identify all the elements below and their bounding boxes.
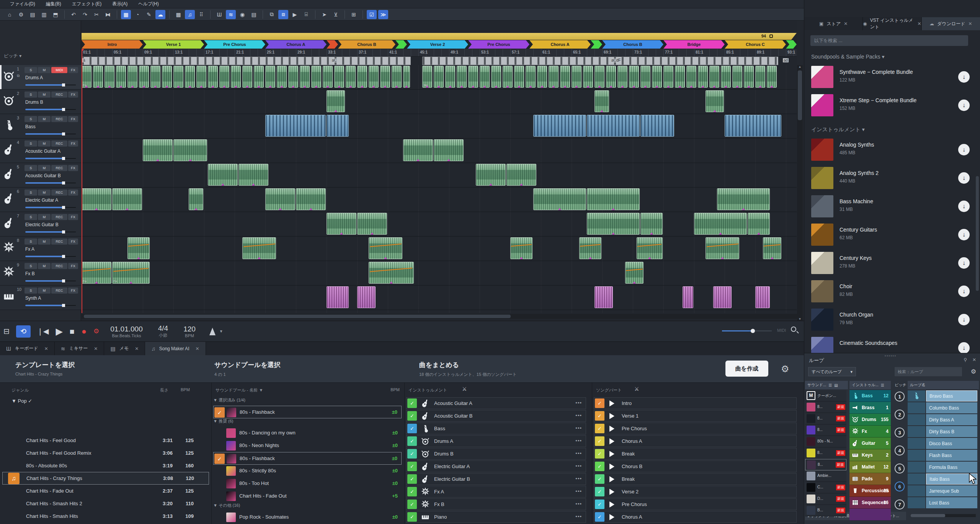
volume-slider[interactable] <box>25 157 76 160</box>
songpart-checkbox[interactable]: ✓ <box>595 449 604 459</box>
audio-clip[interactable] <box>189 188 203 210</box>
download-item[interactable]: Analog Synths485 MB↓ <box>810 137 970 164</box>
download-button[interactable]: ↓ <box>958 229 970 240</box>
track-header-fx-a[interactable]: 8SMRECFXFx A <box>0 237 81 261</box>
audio-clip[interactable] <box>346 66 356 88</box>
cut-icon[interactable]: ✂ <box>91 10 101 19</box>
song-section-Intro[interactable]: Intro <box>82 40 143 49</box>
audio-clip[interactable] <box>640 115 674 137</box>
template-row[interactable]: ♫Chart Hits - Crazy Things3:08120 <box>2 472 209 485</box>
instrument-menu-button[interactable]: ••• <box>575 514 582 519</box>
settings-icon[interactable]: ⚙ <box>16 10 26 19</box>
zoom-slider[interactable] <box>722 330 772 331</box>
audio-clip[interactable] <box>357 66 367 88</box>
right-panel-scrollbar[interactable] <box>976 176 979 291</box>
download-item[interactable]: Church Organ79 MB↓ <box>810 307 970 334</box>
audio-clip[interactable] <box>82 188 111 210</box>
loops-instrument-row[interactable]: Bass12 <box>849 390 891 402</box>
track-lane[interactable] <box>82 139 797 163</box>
ff-icon[interactable]: ≫ <box>378 10 388 19</box>
volume-slider[interactable] <box>25 108 76 111</box>
pitch-selector-4[interactable]: 4 <box>893 446 906 455</box>
volume-slider[interactable] <box>25 181 76 184</box>
menu-item-4[interactable]: ヘルプ(H) <box>134 0 163 8</box>
playhead-flag[interactable] <box>82 49 84 52</box>
song-maker-settings-icon[interactable]: ⚙ <box>781 364 789 374</box>
audio-clip[interactable] <box>242 237 276 259</box>
close-icon[interactable]: ✕ <box>918 21 921 26</box>
grid2-icon[interactable]: ⊞ <box>349 10 359 19</box>
audio-clip[interactable] <box>503 66 513 88</box>
audio-clip[interactable] <box>637 237 663 259</box>
vertical-scrollbar[interactable]: ▲ ▼ <box>797 65 803 321</box>
instrument-row[interactable]: ✓Bass••• <box>406 423 586 434</box>
audio-clip[interactable] <box>698 66 708 88</box>
audio-clip[interactable] <box>514 66 524 88</box>
panel-grip[interactable]: •••••• <box>885 354 897 358</box>
audio-clip[interactable] <box>173 139 207 161</box>
solo-button[interactable]: S <box>24 140 37 147</box>
rec-button[interactable]: REC <box>51 287 67 294</box>
song-section-Chorus A[interactable]: Chorus A <box>265 40 327 49</box>
songpart-row[interactable]: ✓Chorus B <box>594 460 797 472</box>
genre-group-pop[interactable]: ▼ Pop ✓ <box>11 398 32 404</box>
fx-button[interactable]: FX <box>68 287 78 294</box>
loops-instrument-row[interactable]: Percussions25 <box>849 485 891 497</box>
track-header-electric-guitar-b[interactable]: 7SMRECFXElectric Guitar B <box>0 212 81 237</box>
loops-soundpool-row[interactable]: 8...新規 <box>805 413 846 424</box>
fx-button[interactable]: FX <box>68 263 78 269</box>
loops-horizontal-scrollbar[interactable] <box>911 514 976 517</box>
dock-tab-1[interactable]: ≋ミキサー✕ <box>55 342 105 355</box>
track-lane[interactable] <box>82 114 797 139</box>
loops-instrument-row[interactable]: Drums155 <box>849 414 891 426</box>
audio-clip[interactable] <box>208 66 218 88</box>
audio-clip[interactable] <box>403 66 410 88</box>
mute-button[interactable]: M <box>38 214 51 220</box>
audio-clip[interactable] <box>143 139 173 161</box>
instrument-checkbox[interactable]: ✓ <box>407 474 417 484</box>
song-section-Chorus C[interactable]: Chorus C <box>725 40 786 49</box>
soundpool-row[interactable]: ✓80s - Flashback±0 <box>213 452 402 465</box>
skip-start-button[interactable]: ❘◀ <box>37 327 49 336</box>
download-button[interactable]: ↓ <box>958 100 970 111</box>
audio-clip[interactable] <box>617 66 627 88</box>
download-button[interactable]: ↓ <box>958 172 970 184</box>
mute-button[interactable]: M <box>38 116 51 122</box>
audio-clip[interactable] <box>510 237 532 259</box>
play-small-icon[interactable]: ▶ <box>290 10 300 19</box>
midi-button[interactable]: MIDI <box>51 67 67 73</box>
audio-clip[interactable] <box>755 66 765 88</box>
audio-clip[interactable] <box>208 164 238 186</box>
instrument-row[interactable]: ✓Acoustic Guitar B••• <box>406 410 586 422</box>
loop-row[interactable]: Flash Bass <box>908 449 979 461</box>
redo-icon[interactable]: ↷ <box>80 10 90 19</box>
audio-clip[interactable] <box>127 237 150 259</box>
track-header-drums-b[interactable]: 2SMRECFXDrums B <box>0 90 81 114</box>
instrument-row[interactable]: ✓Drums A••• <box>406 435 586 447</box>
menu-item-0[interactable]: ファイル(D) <box>5 0 40 8</box>
loops-instrument-row[interactable]: Brass1 <box>849 402 891 414</box>
audio-clip[interactable] <box>323 66 333 88</box>
audio-clip[interactable] <box>434 139 464 161</box>
solo-button[interactable]: S <box>24 238 37 245</box>
song-section-Pre Chorus[interactable]: Pre Chorus <box>204 40 265 49</box>
template-row[interactable]: Chart Hits - Smash Hits 23:20110 <box>2 497 209 510</box>
audio-clip[interactable]: Fo <box>82 66 91 88</box>
open-midi-editor-icon[interactable]: ⧉ <box>17 73 20 78</box>
rec-button[interactable]: REC <box>51 165 67 171</box>
track-header-drums-a[interactable]: 1⧉SMMIDIFXDrums A <box>0 65 81 90</box>
audio-clip[interactable] <box>595 286 613 308</box>
audio-clip[interactable] <box>369 262 414 284</box>
metronome-icon[interactable] <box>209 328 216 335</box>
audio-clip[interactable] <box>327 213 356 235</box>
close-icon[interactable]: ✕ <box>44 346 48 351</box>
song-section-Pre Chorus[interactable]: Pre Chorus <box>468 40 529 49</box>
instrument-checkbox[interactable]: ✓ <box>407 512 417 522</box>
menu-item-3[interactable]: 表示(A) <box>108 0 132 8</box>
sound-column-header[interactable]: サウンド... ☰ ▤ <box>805 381 848 389</box>
download-section-title[interactable]: Soundpools & Sample Packs ▾ <box>811 54 884 60</box>
solo-button[interactable]: S <box>24 67 37 73</box>
solo-button[interactable]: S <box>24 165 37 171</box>
close-icon[interactable]: ✕ <box>94 346 98 351</box>
time-display[interactable]: 01.01.000 Bar.Beats.Ticks <box>110 325 143 338</box>
